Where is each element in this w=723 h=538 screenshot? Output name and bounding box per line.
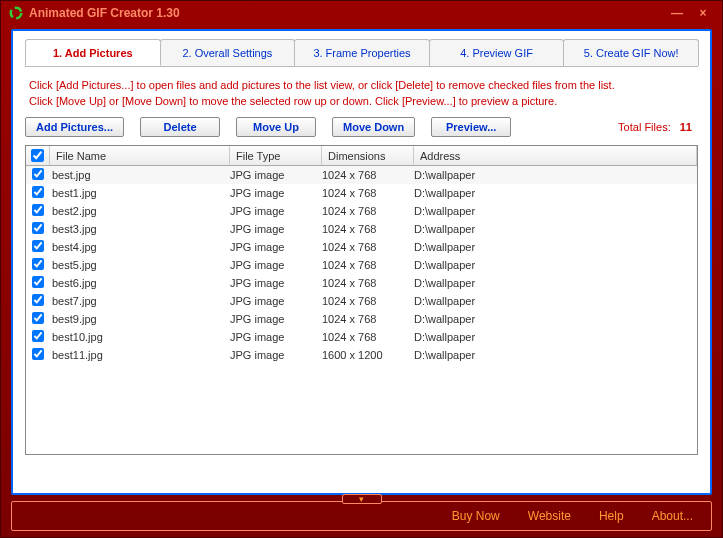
table-row[interactable]: best9.jpgJPG image1024 x 768D:\wallpaper [26, 310, 697, 328]
minimize-button[interactable]: — [666, 5, 688, 21]
table-row[interactable]: best11.jpgJPG image1600 x 1200D:\wallpap… [26, 346, 697, 364]
row-checkbox-cell [26, 222, 50, 236]
row-checkbox[interactable] [32, 294, 44, 306]
row-checkbox-cell [26, 312, 50, 326]
cell-filename: best5.jpg [50, 259, 230, 271]
buy-now-link[interactable]: Buy Now [452, 509, 500, 523]
cell-dimensions: 1024 x 768 [322, 223, 414, 235]
row-checkbox[interactable] [32, 348, 44, 360]
row-checkbox-cell [26, 330, 50, 344]
row-checkbox-cell [26, 240, 50, 254]
cell-dimensions: 1024 x 768 [322, 331, 414, 343]
cell-dimensions: 1024 x 768 [322, 277, 414, 289]
table-row[interactable]: best2.jpgJPG image1024 x 768D:\wallpaper [26, 202, 697, 220]
table-row[interactable]: best7.jpgJPG image1024 x 768D:\wallpaper [26, 292, 697, 310]
total-files-count: 11 [680, 121, 692, 133]
row-checkbox-cell [26, 348, 50, 362]
tab-create-gif[interactable]: 5. Create GIF Now! [563, 39, 699, 66]
table-row[interactable]: best10.jpgJPG image1024 x 768D:\wallpape… [26, 328, 697, 346]
instructions-line1: Click [Add Pictures...] to open files an… [29, 77, 694, 93]
add-pictures-button[interactable]: Add Pictures... [25, 117, 124, 137]
column-header-dimensions[interactable]: Dimensions [322, 146, 414, 165]
cell-filetype: JPG image [230, 187, 322, 199]
content-panel: 1. Add Pictures 2. Overall Settings 3. F… [11, 29, 712, 495]
row-checkbox[interactable] [32, 312, 44, 324]
cell-address: D:\wallpaper [414, 349, 697, 361]
cell-filetype: JPG image [230, 349, 322, 361]
column-header-address[interactable]: Address [414, 146, 697, 165]
column-header-name[interactable]: File Name [50, 146, 230, 165]
row-checkbox[interactable] [32, 186, 44, 198]
cell-address: D:\wallpaper [414, 313, 697, 325]
cell-filetype: JPG image [230, 205, 322, 217]
cell-dimensions: 1024 x 768 [322, 205, 414, 217]
tab-add-pictures[interactable]: 1. Add Pictures [25, 39, 161, 66]
cell-address: D:\wallpaper [414, 205, 697, 217]
column-header-check[interactable] [26, 146, 50, 165]
table-row[interactable]: best1.jpgJPG image1024 x 768D:\wallpaper [26, 184, 697, 202]
help-link[interactable]: Help [599, 509, 624, 523]
cell-filename: best7.jpg [50, 295, 230, 307]
table-row[interactable]: best.jpgJPG image1024 x 768D:\wallpaper [26, 166, 697, 184]
table-row[interactable]: best5.jpgJPG image1024 x 768D:\wallpaper [26, 256, 697, 274]
cell-address: D:\wallpaper [414, 331, 697, 343]
cell-filetype: JPG image [230, 313, 322, 325]
cell-filename: best1.jpg [50, 187, 230, 199]
cell-dimensions: 1024 x 768 [322, 241, 414, 253]
row-checkbox-cell [26, 204, 50, 218]
table-row[interactable]: best3.jpgJPG image1024 x 768D:\wallpaper [26, 220, 697, 238]
svg-point-0 [11, 8, 22, 19]
grid-body: best.jpgJPG image1024 x 768D:\wallpaperb… [26, 166, 697, 364]
table-row[interactable]: best6.jpgJPG image1024 x 768D:\wallpaper [26, 274, 697, 292]
tab-overall-settings[interactable]: 2. Overall Settings [160, 39, 296, 66]
titlebar: Animated GIF Creator 1.30 — × [1, 1, 722, 25]
tab-preview-gif[interactable]: 4. Preview GIF [429, 39, 565, 66]
cell-address: D:\wallpaper [414, 169, 697, 181]
cell-address: D:\wallpaper [414, 241, 697, 253]
move-up-button[interactable]: Move Up [236, 117, 316, 137]
tab-frame-properties[interactable]: 3. Frame Properties [294, 39, 430, 66]
cell-address: D:\wallpaper [414, 277, 697, 289]
website-link[interactable]: Website [528, 509, 571, 523]
row-checkbox[interactable] [32, 240, 44, 252]
app-icon [9, 6, 23, 20]
cell-dimensions: 1024 x 768 [322, 169, 414, 181]
cell-filetype: JPG image [230, 277, 322, 289]
cell-address: D:\wallpaper [414, 295, 697, 307]
header-checkbox[interactable] [31, 149, 44, 162]
cell-dimensions: 1024 x 768 [322, 187, 414, 199]
row-checkbox-cell [26, 276, 50, 290]
about-link[interactable]: About... [652, 509, 693, 523]
total-files: Total Files: 11 [618, 121, 692, 133]
cell-filetype: JPG image [230, 295, 322, 307]
footer-bar: ▾ Buy Now Website Help About... [11, 501, 712, 531]
cell-dimensions: 1024 x 768 [322, 295, 414, 307]
column-header-type[interactable]: File Type [230, 146, 322, 165]
cell-filename: best.jpg [50, 169, 230, 181]
row-checkbox[interactable] [32, 258, 44, 270]
total-files-label: Total Files: [618, 121, 671, 133]
preview-button[interactable]: Preview... [431, 117, 511, 137]
delete-button[interactable]: Delete [140, 117, 220, 137]
file-grid: File Name File Type Dimensions Address b… [25, 145, 698, 455]
cell-filetype: JPG image [230, 331, 322, 343]
row-checkbox-cell [26, 186, 50, 200]
grid-header: File Name File Type Dimensions Address [26, 146, 697, 166]
instructions-line2: Click [Move Up] or [Move Down] to move t… [29, 93, 694, 109]
row-checkbox[interactable] [32, 222, 44, 234]
collapse-handle[interactable]: ▾ [342, 494, 382, 504]
row-checkbox[interactable] [32, 276, 44, 288]
row-checkbox-cell [26, 294, 50, 308]
row-checkbox-cell [26, 168, 50, 182]
instructions: Click [Add Pictures...] to open files an… [29, 77, 694, 109]
cell-address: D:\wallpaper [414, 187, 697, 199]
move-down-button[interactable]: Move Down [332, 117, 415, 137]
table-row[interactable]: best4.jpgJPG image1024 x 768D:\wallpaper [26, 238, 697, 256]
cell-address: D:\wallpaper [414, 259, 697, 271]
close-button[interactable]: × [692, 5, 714, 21]
cell-filetype: JPG image [230, 259, 322, 271]
cell-filename: best9.jpg [50, 313, 230, 325]
row-checkbox[interactable] [32, 330, 44, 342]
row-checkbox[interactable] [32, 204, 44, 216]
row-checkbox[interactable] [32, 168, 44, 180]
